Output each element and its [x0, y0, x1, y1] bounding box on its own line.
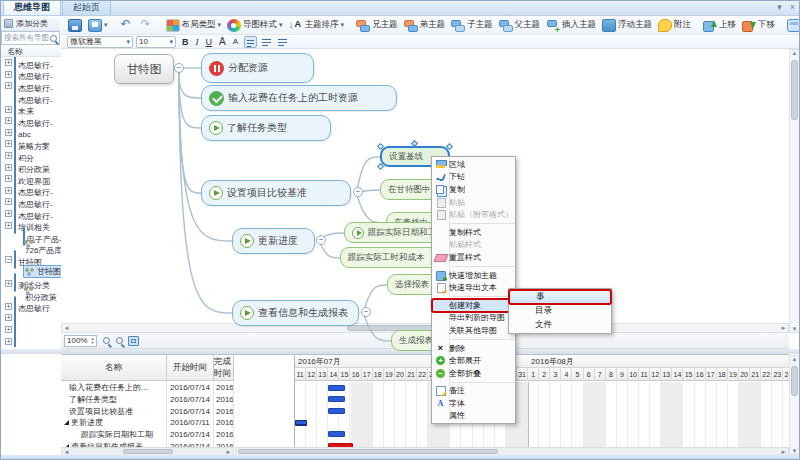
- row-expander-icon[interactable]: [64, 420, 69, 425]
- gantt-bar-summary[interactable]: [295, 420, 307, 426]
- parent-topic-button[interactable]: 父主题: [496, 18, 544, 33]
- expand-plus-icon[interactable]: +: [5, 140, 12, 147]
- menu-item[interactable]: A字体: [432, 397, 515, 410]
- expand-plus-icon[interactable]: +: [5, 280, 12, 287]
- scrollbar-thumb[interactable]: [238, 449, 498, 454]
- gantt-row[interactable]: 了解任务类型2016/07/142016/0: [61, 394, 234, 406]
- menu-item[interactable]: 属性: [432, 410, 515, 423]
- expand-plus-icon[interactable]: +: [5, 82, 12, 89]
- expand-plus-icon[interactable]: +: [5, 129, 12, 136]
- expand-plus-icon[interactable]: +: [5, 152, 12, 159]
- mindmap-node[interactable]: 查看信息和生成报表: [232, 300, 359, 326]
- topic-sort-button[interactable]: 主题排序▾: [286, 18, 348, 33]
- export-button[interactable]: ▾: [85, 18, 111, 33]
- insert-topic-button[interactable]: 插入主题: [543, 18, 599, 33]
- spinner-arrows-icon[interactable]: ▲▼: [90, 337, 94, 345]
- floating-topic-button[interactable]: 浮动主题: [599, 18, 655, 33]
- expand-plus-icon[interactable]: +: [5, 71, 12, 78]
- sibling-topic-button[interactable]: 兄主题: [353, 18, 401, 33]
- menu-item[interactable]: 区域: [432, 158, 515, 171]
- font-decrease-button[interactable]: A: [230, 36, 241, 48]
- align-right-icon[interactable]: [276, 36, 289, 48]
- gantt-bar-task[interactable]: [328, 396, 345, 402]
- document-tab[interactable]: 思维导图: [3, 0, 61, 15]
- region-button[interactable]: 区域: [784, 18, 799, 33]
- menu-item[interactable]: 导出到新的导图: [432, 312, 515, 325]
- collapse-toggle[interactable]: −: [316, 235, 326, 245]
- menu-item[interactable]: 全部折叠: [432, 367, 515, 380]
- font-increase-button[interactable]: A: [216, 36, 229, 48]
- expand-plus-icon[interactable]: +: [5, 326, 12, 333]
- gantt-row[interactable]: 设置项目比较基准2016/07/142016/0: [61, 405, 234, 417]
- gantt-row[interactable]: 跟踪实际日期和工期2016/07/142016/0: [61, 429, 234, 441]
- gantt-bar-task[interactable]: [328, 431, 345, 437]
- gantt-column-header[interactable]: 名称: [61, 355, 167, 381]
- mindmap-node[interactable]: 输入花费在任务上的工时资源: [201, 85, 397, 111]
- expand-plus-icon[interactable]: +: [5, 106, 12, 113]
- move-down-button[interactable]: 下移: [739, 18, 778, 33]
- expand-plus-icon[interactable]: +: [5, 303, 12, 310]
- gantt-column-header[interactable]: 开始时间: [167, 355, 214, 381]
- expand-plus-icon[interactable]: +: [5, 314, 12, 321]
- menu-item[interactable]: 重置样式: [432, 251, 515, 264]
- zoom-level-spinner[interactable]: 100% ▲▼: [64, 335, 97, 347]
- move-up-button[interactable]: 上移: [700, 18, 739, 33]
- gantt-column-header[interactable]: 完成时间: [214, 355, 234, 381]
- note-button[interactable]: 附注: [655, 18, 694, 33]
- expand-plus-icon[interactable]: +: [5, 187, 12, 194]
- gantt-v-scrollbar[interactable]: ▲ ▼: [789, 355, 800, 455]
- mindmap-node[interactable]: 设置项目比较基准: [201, 180, 351, 206]
- fit-view-icon[interactable]: [128, 336, 139, 346]
- redo-button[interactable]: [137, 18, 157, 33]
- collapse-toggle[interactable]: −: [353, 187, 363, 197]
- menu-item[interactable]: 备注: [432, 385, 515, 398]
- expand-plus-icon[interactable]: +: [5, 59, 12, 66]
- zoom-in-icon[interactable]: [116, 337, 123, 344]
- add-category-button[interactable]: 添加分类: [1, 17, 60, 31]
- map-style-button[interactable]: 导图样式▾: [224, 18, 286, 33]
- expand-plus-icon[interactable]: +: [5, 164, 12, 171]
- mindmap-node[interactable]: 甘特图: [114, 54, 174, 84]
- menu-item[interactable]: 复制样式: [432, 226, 515, 239]
- expand-plus-icon[interactable]: +: [5, 198, 12, 205]
- collapse-toggle[interactable]: −: [174, 63, 184, 73]
- menu-item[interactable]: 关联其他导图: [432, 324, 515, 337]
- scroll-left-icon[interactable]: ◄: [62, 324, 71, 332]
- underline-button[interactable]: U: [203, 36, 216, 48]
- zoom-out-icon[interactable]: [103, 337, 110, 344]
- search-input[interactable]: 搜索所有导图: [1, 31, 60, 45]
- submenu-item[interactable]: 文件: [509, 318, 611, 332]
- gantt-row[interactable]: 输入花费在任务上的...2016/07/142016/0: [61, 382, 234, 394]
- mindmap-node[interactable]: 了解任务类型: [201, 115, 331, 141]
- undo-button[interactable]: [117, 18, 137, 33]
- italic-button[interactable]: I: [193, 36, 202, 48]
- expand-plus-icon[interactable]: +: [5, 210, 12, 217]
- menu-item[interactable]: 快速增加主题: [432, 269, 515, 282]
- menu-item[interactable]: 下钻: [432, 171, 515, 184]
- menu-item[interactable]: ×删除: [432, 342, 515, 355]
- menu-item[interactable]: 复制: [432, 183, 515, 196]
- align-center-icon[interactable]: [260, 36, 273, 48]
- close-icon[interactable]: ×: [790, 2, 795, 12]
- menu-item[interactable]: 全部展开: [432, 354, 515, 367]
- collapse-minus-icon[interactable]: −: [5, 256, 12, 263]
- expand-plus-icon[interactable]: +: [5, 175, 12, 182]
- bold-button[interactable]: B: [179, 36, 192, 48]
- scrollbar-thumb[interactable]: [791, 60, 798, 120]
- collapse-toggle[interactable]: −: [361, 307, 371, 317]
- font-name-combo[interactable]: 微软雅黑 ▾: [67, 36, 133, 48]
- expand-plus-icon[interactable]: +: [5, 338, 12, 345]
- menu-item[interactable]: 创建对象: [432, 299, 515, 312]
- younger-sibling-topic-button[interactable]: 弟主题: [401, 18, 449, 33]
- submenu-item[interactable]: 事: [509, 290, 611, 304]
- expand-plus-icon[interactable]: +: [5, 117, 12, 124]
- expand-plus-icon[interactable]: +: [5, 222, 12, 229]
- child-topic-button[interactable]: 子主题: [448, 18, 496, 33]
- gantt-bar-task[interactable]: [328, 408, 345, 414]
- align-left-icon[interactable]: [244, 36, 257, 48]
- document-tab[interactable]: 起始页: [62, 0, 111, 15]
- mindmap-node[interactable]: 更新进度: [232, 228, 315, 254]
- font-size-combo[interactable]: 10 ▾: [136, 36, 176, 48]
- canvas-v-scrollbar[interactable]: ▲ ▼: [789, 49, 800, 333]
- scroll-right-icon[interactable]: ►: [779, 324, 788, 332]
